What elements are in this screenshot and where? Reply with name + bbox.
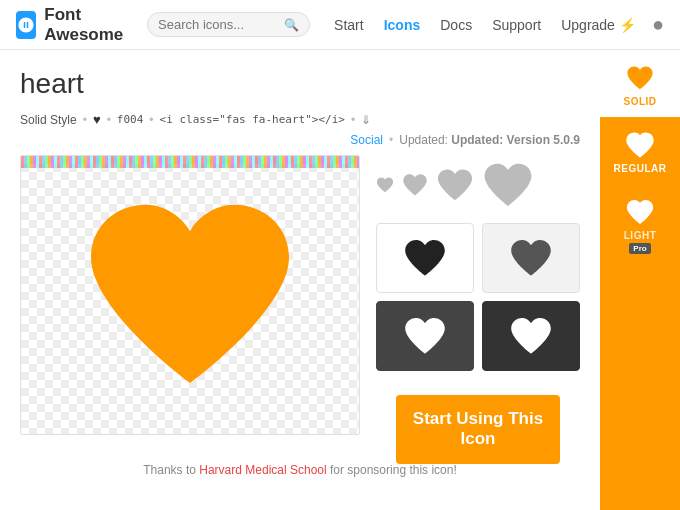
solid-label: SOLID bbox=[623, 96, 656, 107]
heart-meta-icon: ♥ bbox=[93, 112, 101, 127]
heart-darker-bg bbox=[509, 314, 553, 358]
icon-title: heart bbox=[20, 68, 580, 100]
search-input[interactable] bbox=[158, 17, 278, 32]
start-using-button[interactable]: Start Using This Icon bbox=[396, 395, 560, 464]
header: Font Awesome 🔍 Start Icons Docs Support … bbox=[0, 0, 680, 50]
font-awesome-logo-svg bbox=[17, 16, 35, 34]
cta-area: Start Using This Icon bbox=[376, 383, 580, 464]
style-box-dark-bg bbox=[376, 301, 474, 371]
search-icon[interactable]: 🔍 bbox=[284, 18, 299, 32]
main-nav: Start Icons Docs Support Upgrade ⚡ bbox=[334, 17, 636, 33]
version-label: Updated: Updated: Version 5.0.9 bbox=[399, 133, 580, 147]
user-icon[interactable]: ● bbox=[652, 13, 664, 36]
heart-svg-main bbox=[80, 185, 300, 405]
upgrade-icon: ⚡ bbox=[619, 17, 636, 33]
main-content: heart Solid Style • ♥ • f004 • <i class=… bbox=[0, 50, 680, 510]
style-sidebar: SOLID REGULAR LIGHT Pro bbox=[600, 50, 680, 510]
logo-icon bbox=[16, 11, 36, 39]
heart-md bbox=[436, 166, 474, 204]
logo-text: Font Awesome bbox=[44, 5, 131, 45]
icon-content: heart Solid Style • ♥ • f004 • <i class=… bbox=[0, 50, 600, 510]
light-heart-icon bbox=[626, 198, 654, 226]
search-bar[interactable]: 🔍 bbox=[147, 12, 310, 37]
sidebar-regular[interactable]: REGULAR bbox=[600, 117, 680, 184]
heart-light-bg bbox=[403, 236, 447, 280]
download-icon: ⇓ bbox=[361, 113, 371, 127]
light-label: LIGHT bbox=[624, 230, 657, 241]
regular-heart-icon bbox=[626, 131, 654, 159]
style-box-darker-bg bbox=[482, 301, 580, 371]
sponsor-link[interactable]: Harvard Medical School bbox=[199, 463, 326, 477]
style-grid bbox=[376, 223, 580, 371]
meta-right: Social • Updated: Updated: Version 5.0.9 bbox=[350, 133, 580, 147]
nav-start[interactable]: Start bbox=[334, 17, 364, 33]
style-label: Solid Style bbox=[20, 113, 77, 127]
size-row bbox=[376, 159, 580, 211]
solid-heart-icon bbox=[626, 64, 654, 92]
main-icon-box bbox=[20, 155, 360, 435]
variants-panel: Start Using This Icon bbox=[376, 155, 580, 455]
style-box-light-bg bbox=[376, 223, 474, 293]
sidebar-solid[interactable]: SOLID bbox=[600, 50, 680, 117]
nav-docs[interactable]: Docs bbox=[440, 17, 472, 33]
nav-icons[interactable]: Icons bbox=[384, 17, 421, 33]
heart-gray-bg bbox=[509, 236, 553, 280]
category-link[interactable]: Social bbox=[350, 133, 383, 147]
unicode-code: f004 bbox=[117, 113, 144, 126]
logo[interactable]: Font Awesome bbox=[16, 5, 131, 45]
heart-xs bbox=[376, 176, 394, 194]
display-area: Start Using This Icon bbox=[0, 155, 600, 455]
html-snippet: <i class="fas fa-heart"></i> bbox=[160, 113, 345, 126]
icon-title-area: heart bbox=[0, 50, 600, 108]
pro-badge: Pro bbox=[629, 243, 650, 254]
nav-upgrade[interactable]: Upgrade ⚡ bbox=[561, 17, 636, 33]
style-box-gray-bg bbox=[482, 223, 580, 293]
meta-bar: Solid Style • ♥ • f004 • <i class="fas f… bbox=[0, 108, 600, 155]
regular-label: REGULAR bbox=[614, 163, 667, 174]
sidebar-light[interactable]: LIGHT Pro bbox=[600, 184, 680, 264]
nav-support[interactable]: Support bbox=[492, 17, 541, 33]
main-heart-icon bbox=[21, 156, 359, 434]
heart-lg bbox=[482, 159, 534, 211]
heart-dark-bg bbox=[403, 314, 447, 358]
heart-sm bbox=[402, 172, 428, 198]
